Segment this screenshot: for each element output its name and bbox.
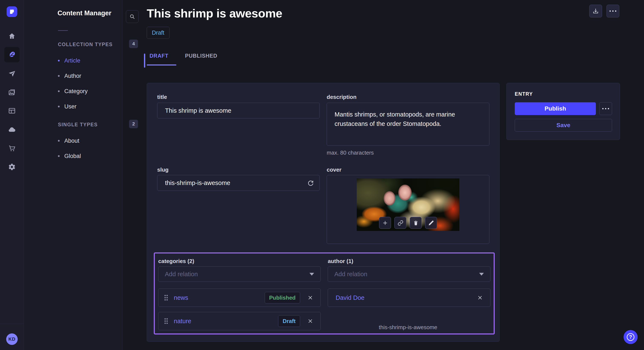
section-single-types: SINGLE TYPES <box>58 122 98 128</box>
cover-field: this-shrimp-is-awesome <box>327 175 490 244</box>
relation-status-badge: Draft <box>278 315 300 327</box>
paper-plane-icon <box>8 70 16 78</box>
status-badge: Draft <box>147 27 170 39</box>
categories-field-label: categories (2) <box>158 258 194 265</box>
delete-asset-button[interactable] <box>410 217 422 229</box>
ellipsis-icon <box>602 108 609 109</box>
tab-published[interactable]: PUBLISHED <box>185 53 218 59</box>
close-icon <box>308 318 313 324</box>
single-types-count: 2 <box>129 120 138 128</box>
relation-status-badge: Published <box>265 292 300 303</box>
nav-content-type-builder[interactable] <box>0 103 24 118</box>
close-icon <box>308 295 313 301</box>
title-field-label: title <box>157 94 167 100</box>
description-field-label: description <box>327 94 356 100</box>
sidebar-item-author[interactable]: Author <box>58 70 139 82</box>
user-avatar[interactable]: KD <box>6 334 18 345</box>
drag-handle-icon[interactable] <box>164 295 168 301</box>
sidebar-item-category[interactable]: Category <box>58 85 139 98</box>
bullet-icon <box>58 106 60 107</box>
sidebar-item-label: User <box>64 103 76 110</box>
add-asset-button[interactable] <box>379 217 391 229</box>
cloud-icon <box>8 126 16 134</box>
title-input[interactable]: This shrimp is awesome <box>157 103 320 118</box>
content-manager-subnav: Content Manager COLLECTION TYPES 4 Artic… <box>24 0 122 350</box>
description-helper: max. 80 characters <box>327 150 374 156</box>
nav-deploy[interactable] <box>0 122 24 137</box>
cover-image-actions <box>379 217 437 229</box>
relation-link[interactable]: news <box>174 294 259 301</box>
edit-form-card: title This shrimp is awesome description… <box>147 83 500 342</box>
relation-row-news: news Published <box>158 289 321 307</box>
search-button[interactable] <box>126 10 139 23</box>
tab-draft[interactable]: DRAFT <box>150 53 168 59</box>
bullet-icon <box>58 140 60 142</box>
page-title: This shrimp is awesome <box>147 6 282 20</box>
home-icon <box>8 32 16 40</box>
download-icon <box>592 8 599 14</box>
bullet-icon <box>58 155 60 157</box>
trash-icon <box>413 220 419 226</box>
cover-field-label: cover <box>327 167 342 173</box>
help-button[interactable] <box>624 330 638 344</box>
cover-image <box>357 178 459 231</box>
remove-relation-button[interactable] <box>475 293 485 302</box>
close-icon <box>477 295 483 301</box>
bullet-icon <box>58 75 60 77</box>
more-options-button[interactable] <box>606 5 619 17</box>
sidebar-item-user[interactable]: User <box>58 100 139 113</box>
categories-placeholder: Add relation <box>165 271 310 278</box>
publish-button[interactable]: Publish <box>515 102 596 115</box>
nav-media-library[interactable] <box>0 85 24 100</box>
settings-icon <box>8 163 16 171</box>
navbar-divider <box>0 324 24 324</box>
subnav-divider <box>58 30 68 31</box>
bullet-icon <box>58 60 60 61</box>
marketplace-icon <box>8 145 16 152</box>
slug-input[interactable]: this-shrimp-is-awesome <box>157 175 320 191</box>
author-relation-select[interactable]: Add relation <box>328 266 490 282</box>
active-tab-underline <box>147 64 176 65</box>
nav-marketplace[interactable] <box>0 141 24 156</box>
chevron-down-icon <box>310 273 314 276</box>
sidebar-item-label: Author <box>64 73 81 79</box>
export-button[interactable] <box>589 5 602 17</box>
sidebar-item-global[interactable]: Global <box>58 150 139 163</box>
nav-home[interactable] <box>0 28 24 44</box>
edit-asset-button[interactable] <box>425 217 437 229</box>
slug-field-label: slug <box>157 167 168 173</box>
active-item-indicator <box>144 54 145 68</box>
sidebar-item-article[interactable]: Article <box>58 54 139 67</box>
search-icon <box>129 14 135 19</box>
remove-relation-button[interactable] <box>306 316 315 326</box>
nav-content-manager[interactable] <box>4 47 20 62</box>
description-textarea[interactable]: Mantis shrimps, or stomatopods, are mari… <box>327 103 490 146</box>
strapi-logo-icon <box>9 8 15 15</box>
regenerate-slug-icon[interactable] <box>307 179 314 186</box>
relation-link[interactable]: nature <box>174 318 272 325</box>
collection-types-count: 4 <box>129 39 138 48</box>
relations-highlight-zone: categories (2) Add relation author (1) A… <box>154 252 495 335</box>
plus-icon <box>382 220 388 226</box>
chevron-down-icon <box>479 273 484 276</box>
content-type-builder-icon <box>8 107 16 115</box>
version-tabs: DRAFT PUBLISHED <box>150 53 217 59</box>
subnav-title: Content Manager <box>58 9 112 17</box>
author-placeholder: Add relation <box>334 271 479 278</box>
nav-releases[interactable] <box>0 66 24 81</box>
sidebar-item-about[interactable]: About <box>58 134 139 147</box>
drag-handle-icon[interactable] <box>164 318 168 324</box>
save-button[interactable]: Save <box>515 119 612 132</box>
nav-settings[interactable] <box>0 159 24 175</box>
strapi-logo[interactable] <box>6 6 17 17</box>
relation-row-author: David Doe <box>328 289 490 307</box>
header-actions <box>589 5 619 17</box>
remove-relation-button[interactable] <box>306 293 315 302</box>
relation-link[interactable]: David Doe <box>336 294 470 301</box>
entry-panel-title: ENTRY <box>515 91 533 97</box>
categories-relation-select[interactable]: Add relation <box>158 266 321 282</box>
author-field-label: author (1) <box>328 258 353 265</box>
copy-link-button[interactable] <box>394 217 406 229</box>
sidebar-item-label: Category <box>64 88 88 95</box>
entry-more-button[interactable] <box>599 102 612 115</box>
